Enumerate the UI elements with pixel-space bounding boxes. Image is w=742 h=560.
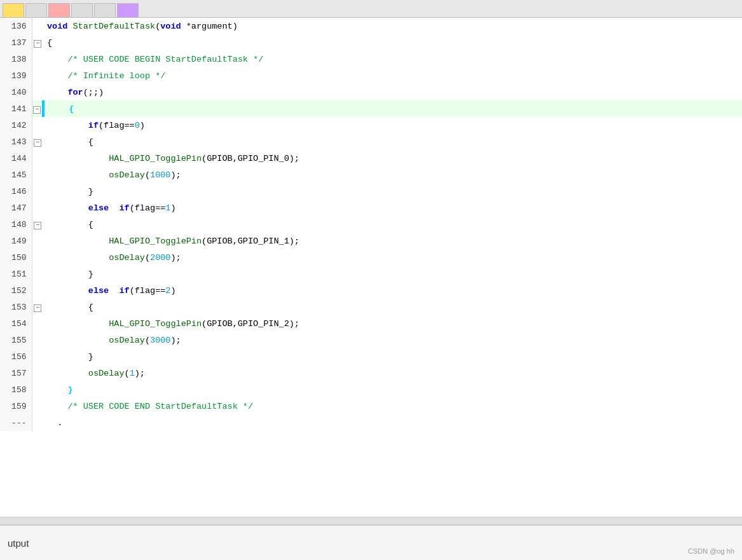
code-content[interactable]: 136 void StartDefaultTask(void *argument… bbox=[0, 18, 742, 517]
fold-button[interactable]: − bbox=[34, 40, 41, 48]
table-row: --- . bbox=[0, 414, 742, 431]
table-row: 150 osDelay(2000); bbox=[0, 249, 742, 266]
line-number: 147 bbox=[0, 200, 32, 216]
code-line: /* Infinite loop */ bbox=[43, 67, 742, 84]
line-number: 141 bbox=[0, 100, 32, 117]
fold-col bbox=[32, 315, 43, 332]
code-line: if(flag==0) bbox=[43, 117, 742, 133]
table-row: 151 } bbox=[0, 266, 742, 282]
line-number: --- bbox=[0, 414, 32, 431]
code-line: osDelay(2000); bbox=[43, 249, 742, 266]
table-row: 148 − { bbox=[0, 216, 742, 233]
line-number: 144 bbox=[0, 150, 32, 167]
tab-1[interactable] bbox=[3, 3, 24, 17]
fold-col bbox=[32, 266, 43, 282]
line-number: 159 bbox=[0, 398, 32, 414]
code-line: /* USER CODE END StartDefaultTask */ bbox=[43, 398, 742, 414]
tab-5[interactable] bbox=[94, 3, 116, 17]
line-number: 158 bbox=[0, 381, 32, 398]
table-row: 143 − { bbox=[0, 133, 742, 150]
tab-4[interactable] bbox=[71, 3, 93, 17]
line-number: 156 bbox=[0, 348, 32, 365]
line-number: 137 bbox=[0, 34, 32, 51]
line-number: 157 bbox=[0, 365, 32, 381]
code-line: { bbox=[43, 34, 742, 51]
code-line: osDelay(3000); bbox=[43, 332, 742, 348]
table-row: 137 − { bbox=[0, 34, 742, 51]
code-line: } bbox=[43, 266, 742, 282]
code-line: HAL_GPIO_TogglePin(GPIOB,GPIO_PIN_1); bbox=[43, 233, 742, 249]
line-number: 149 bbox=[0, 233, 32, 249]
table-row: 140 for(;;) bbox=[0, 84, 742, 100]
line-number: 148 bbox=[0, 216, 32, 233]
code-line: } bbox=[43, 348, 742, 365]
line-number: 145 bbox=[0, 167, 32, 183]
fold-col[interactable]: − bbox=[32, 216, 43, 233]
code-line: osDelay(1); bbox=[43, 365, 742, 381]
table-row: 139 /* Infinite loop */ bbox=[0, 67, 742, 84]
fold-col bbox=[32, 51, 43, 67]
fold-col[interactable]: − bbox=[32, 133, 43, 150]
tab-2[interactable] bbox=[25, 3, 47, 17]
fold-col bbox=[32, 233, 43, 249]
line-number: 143 bbox=[0, 133, 32, 150]
fold-col[interactable]: − bbox=[32, 100, 43, 117]
fold-col[interactable]: − bbox=[32, 34, 43, 51]
status-bar: utput CSDN @og hh bbox=[0, 524, 742, 560]
line-number: 154 bbox=[0, 315, 32, 332]
code-line: else if(flag==1) bbox=[43, 200, 742, 216]
code-line: for(;;) bbox=[43, 84, 742, 100]
code-line: } bbox=[43, 183, 742, 200]
fold-col bbox=[32, 67, 43, 84]
code-line: . bbox=[43, 414, 742, 431]
code-line: /* USER CODE BEGIN StartDefaultTask */ bbox=[43, 51, 742, 67]
code-table: 136 void StartDefaultTask(void *argument… bbox=[0, 18, 742, 431]
table-row: 141 − { bbox=[0, 100, 742, 117]
tab-bar bbox=[0, 0, 742, 18]
code-line: } bbox=[43, 381, 742, 398]
tab-6[interactable] bbox=[117, 3, 139, 17]
table-row: 156 } bbox=[0, 348, 742, 365]
table-row: 145 osDelay(1000); bbox=[0, 167, 742, 183]
fold-button[interactable]: − bbox=[34, 222, 41, 229]
fold-button[interactable]: − bbox=[33, 106, 41, 114]
horizontal-scrollbar[interactable] bbox=[0, 517, 742, 524]
table-row: 146 } bbox=[0, 183, 742, 200]
fold-button[interactable]: − bbox=[34, 304, 41, 312]
code-line: { bbox=[43, 133, 742, 150]
fold-col bbox=[32, 348, 43, 365]
fold-col bbox=[32, 249, 43, 266]
line-number: 152 bbox=[0, 282, 32, 299]
tab-3[interactable] bbox=[48, 3, 70, 17]
code-line: { bbox=[43, 216, 742, 233]
table-row: 154 HAL_GPIO_TogglePin(GPIOB,GPIO_PIN_2)… bbox=[0, 315, 742, 332]
code-line: else if(flag==2) bbox=[43, 282, 742, 299]
fold-col bbox=[32, 282, 43, 299]
watermark: CSDN @og hh bbox=[688, 547, 734, 555]
fold-col[interactable]: − bbox=[32, 299, 43, 315]
code-line: HAL_GPIO_TogglePin(GPIOB,GPIO_PIN_2); bbox=[43, 315, 742, 332]
fold-button[interactable]: − bbox=[34, 139, 41, 147]
code-line: { bbox=[43, 299, 742, 315]
code-line: void StartDefaultTask(void *argument) bbox=[43, 18, 742, 34]
code-editor: 136 void StartDefaultTask(void *argument… bbox=[0, 18, 742, 524]
fold-col bbox=[32, 381, 43, 398]
fold-col bbox=[32, 150, 43, 167]
table-row: 155 osDelay(3000); bbox=[0, 332, 742, 348]
fold-col bbox=[32, 167, 43, 183]
line-number: 155 bbox=[0, 332, 32, 348]
table-row: 136 void StartDefaultTask(void *argument… bbox=[0, 18, 742, 34]
line-number: 146 bbox=[0, 183, 32, 200]
line-number: 139 bbox=[0, 67, 32, 84]
fold-col bbox=[32, 365, 43, 381]
line-number: 140 bbox=[0, 84, 32, 100]
table-row: 159 /* USER CODE END StartDefaultTask */ bbox=[0, 398, 742, 414]
line-number: 138 bbox=[0, 51, 32, 67]
table-row: 138 /* USER CODE BEGIN StartDefaultTask … bbox=[0, 51, 742, 67]
line-number: 150 bbox=[0, 249, 32, 266]
table-row: 152 else if(flag==2) bbox=[0, 282, 742, 299]
line-number: 136 bbox=[0, 18, 32, 34]
line-number: 142 bbox=[0, 117, 32, 133]
table-row: 158 } bbox=[0, 381, 742, 398]
code-line: osDelay(1000); bbox=[43, 167, 742, 183]
